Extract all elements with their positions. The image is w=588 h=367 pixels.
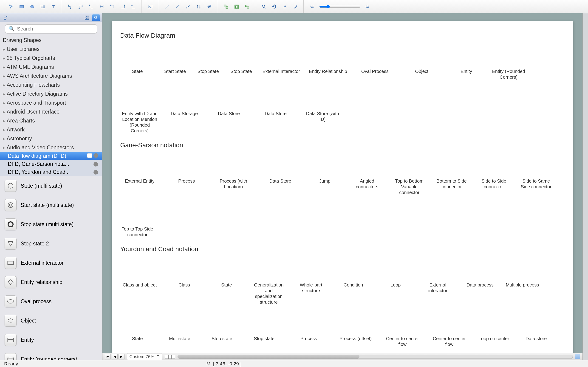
canvas-scroll[interactable]: Data Flow Diagram State Start State Stop… (103, 13, 582, 353)
conn-tool-2[interactable] (76, 2, 85, 11)
horizontal-scrollbar[interactable] (178, 355, 573, 359)
zoom-display[interactable]: Custom 76%⌃ (127, 353, 162, 360)
grid-view-icon[interactable] (83, 15, 91, 21)
save-icon[interactable] (87, 153, 92, 158)
pan-tool[interactable] (270, 2, 279, 11)
conn-tool-3[interactable] (86, 2, 96, 11)
library-item[interactable]: ▶Audio and Video Connectors (0, 143, 102, 152)
library-item[interactable]: ▶Astronomy (0, 134, 102, 143)
svg-point-8 (111, 5, 111, 6)
drawing-page[interactable]: Data Flow Diagram State Start State Stop… (112, 21, 573, 353)
svg-point-18 (262, 5, 265, 7)
conn-tool-1[interactable] (65, 2, 75, 11)
group-tool-1[interactable] (221, 2, 231, 11)
status-mouse: M: [ 3.46, -0.29 ] (207, 361, 242, 367)
sublibrary-item[interactable]: DFD, Gane-Sarson nota... (0, 160, 102, 168)
canvas-area: Data Flow Diagram State Start State Stop… (103, 13, 582, 360)
rect-shape-tool[interactable] (17, 2, 26, 11)
library-item[interactable]: ▶User Libraries (0, 45, 102, 54)
status-bar: Ready M: [ 3.46, -0.29 ] (0, 360, 588, 367)
open-libraries: Data flow diagram (DFD) DFD, Gane-Sarson… (0, 152, 102, 176)
svg-point-6 (82, 6, 83, 6)
svg-point-9 (124, 5, 125, 6)
svg-point-30 (9, 204, 12, 206)
library-item[interactable]: ▶Aerospace and Transport (0, 98, 102, 107)
search-input[interactable] (17, 26, 94, 32)
svg-rect-25 (85, 18, 86, 19)
status-ready: Ready (4, 361, 18, 367)
close-icon[interactable] (94, 162, 98, 167)
library-item[interactable]: ▶Android User Interface (0, 107, 102, 116)
library-list: Drawing Shapes ▶User Libraries ▶25 Typic… (0, 36, 102, 152)
svg-point-3 (68, 5, 69, 6)
group-tool-2[interactable] (232, 2, 241, 11)
library-item[interactable]: ▶25 Typical Orgcharts (0, 54, 102, 63)
page-first-button[interactable]: ⏮ (105, 354, 111, 359)
search-input-wrap: 🔍 (5, 24, 97, 33)
palette-shape[interactable]: Stop state 2 (0, 234, 102, 253)
section-title: Data Flow Diagram (120, 32, 565, 39)
palette-shape[interactable]: Start state (multi state) (0, 195, 102, 215)
palette-shape[interactable]: Oval process (0, 292, 102, 311)
zoom-out-icon[interactable] (308, 2, 317, 11)
conn-tool-5[interactable] (108, 2, 117, 11)
palette-shape[interactable]: Entity relationship (0, 273, 102, 292)
svg-rect-0 (20, 5, 24, 8)
sublibrary-item[interactable]: Data flow diagram (DFD) (0, 152, 102, 160)
palette-shape[interactable]: Object (0, 311, 102, 330)
svg-point-29 (8, 202, 13, 208)
svg-point-28 (8, 183, 13, 188)
svg-rect-17 (247, 7, 249, 8)
curve-tool[interactable] (183, 2, 193, 11)
svg-point-7 (89, 5, 90, 6)
conn-tool-6[interactable] (118, 2, 128, 11)
shape-palette: State (multi state) Start state (multi s… (0, 176, 102, 360)
svg-rect-22 (4, 18, 6, 19)
page-prev-button[interactable]: ◀ (112, 354, 118, 359)
library-tree-icon[interactable] (2, 15, 10, 21)
vertical-scrollbar[interactable] (582, 13, 588, 360)
pen-tool[interactable] (291, 2, 300, 11)
palette-shape[interactable]: State (multi state) (0, 176, 102, 195)
search-view-icon[interactable] (92, 15, 100, 21)
library-item[interactable]: ▶Area Charts (0, 116, 102, 125)
svg-rect-26 (87, 18, 89, 19)
zoom-in-icon[interactable] (363, 2, 372, 11)
zoom-tool[interactable] (259, 2, 268, 11)
library-item[interactable]: ▶AWS Architecture Diagrams (0, 72, 102, 81)
library-item[interactable]: ▶Active Directory Diagrams (0, 90, 102, 98)
library-item[interactable]: Drawing Shapes (0, 36, 102, 45)
svg-rect-32 (8, 261, 13, 265)
pointer-tool[interactable] (6, 2, 16, 11)
group-tool-3[interactable] (242, 2, 252, 11)
svg-point-5 (79, 8, 80, 8)
palette-shape[interactable]: Entity (rounded corners) (0, 350, 102, 360)
double-arrow-tool[interactable] (194, 2, 203, 11)
close-icon[interactable] (94, 153, 98, 158)
text-tool[interactable] (49, 2, 58, 11)
image-tool[interactable] (146, 2, 155, 11)
svg-point-1 (30, 5, 34, 8)
line-tool-2[interactable] (173, 2, 182, 11)
star-connect-tool[interactable] (205, 2, 214, 11)
svg-rect-13 (226, 6, 228, 8)
conn-tool-4[interactable] (97, 2, 106, 11)
main-toolbar (0, 0, 588, 13)
ellipse-shape-tool[interactable] (27, 2, 37, 11)
library-item[interactable]: ▶Accounting Flowcharts (0, 81, 102, 90)
panel-toggle-icon[interactable] (575, 354, 580, 359)
page-next-button[interactable]: ▶ (119, 354, 124, 359)
library-item[interactable]: ▶Artwork (0, 125, 102, 134)
sublibrary-item[interactable]: DFD, Yourdon and Coad... (0, 168, 102, 176)
stamp-tool[interactable] (280, 2, 290, 11)
palette-shape[interactable]: External interactor (0, 253, 102, 273)
view-mode-icons[interactable] (165, 355, 175, 359)
palette-shape[interactable]: Entity (0, 330, 102, 350)
conn-tool-7[interactable] (129, 2, 138, 11)
palette-shape[interactable]: Stop state (multi state) (0, 215, 102, 234)
close-icon[interactable] (94, 170, 98, 175)
zoom-slider[interactable] (319, 5, 361, 8)
line-tool-1[interactable] (162, 2, 172, 11)
library-item[interactable]: ▶ATM UML Diagrams (0, 63, 102, 72)
table-tool[interactable] (38, 2, 47, 11)
